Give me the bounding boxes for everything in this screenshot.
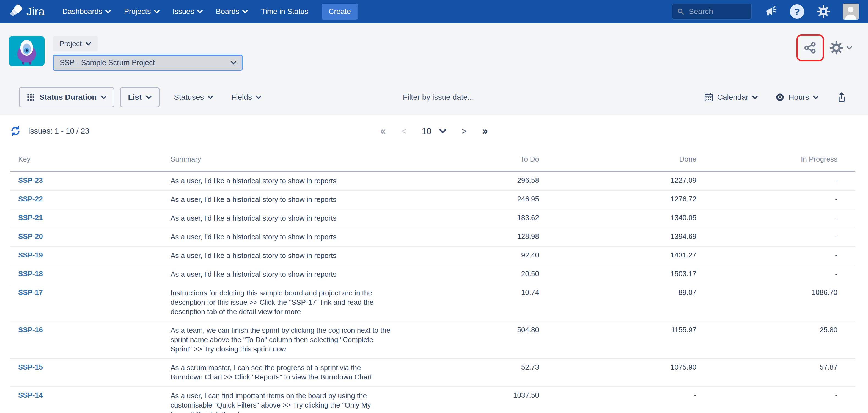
chevron-down-icon — [256, 96, 261, 99]
jira-logo[interactable]: Jira — [10, 5, 44, 19]
report-settings-dropdown[interactable] — [829, 40, 852, 55]
issue-key-link[interactable]: SSP-21 — [10, 213, 43, 222]
fields-dropdown[interactable]: Fields — [231, 93, 261, 102]
issue-key-link[interactable]: SSP-15 — [10, 363, 43, 372]
chevron-down-icon — [208, 96, 213, 99]
issue-key-link[interactable]: SSP-16 — [10, 325, 43, 334]
issue-key-link[interactable]: SSP-17 — [10, 288, 43, 297]
date-filter-input[interactable]: Filter by issue date... — [403, 93, 474, 102]
nav-item-dashboards[interactable]: Dashboards — [62, 7, 111, 16]
table-row: SSP-19 As a user, I'd like a historical … — [10, 246, 855, 265]
nav-item-issues[interactable]: Issues — [173, 7, 203, 16]
todo-value: 296.58 — [457, 171, 539, 191]
column-header-summary[interactable]: Summary — [170, 150, 457, 171]
issue-summary: As a user, I can find important items on… — [170, 391, 391, 413]
table-header-row: Key Summary To Do Done In Progress — [10, 150, 855, 171]
chevron-down-icon — [86, 42, 91, 46]
todo-value: 52.73 — [457, 358, 539, 387]
jira-logo-icon — [10, 5, 23, 19]
column-header-todo[interactable]: To Do — [457, 150, 539, 171]
issue-key-link[interactable]: SSP-19 — [10, 251, 43, 260]
feedback-megaphone-icon[interactable] — [764, 5, 778, 19]
last-page-button[interactable]: » — [482, 125, 488, 137]
issue-key-link[interactable]: SSP-23 — [10, 176, 43, 185]
todo-value: 504.80 — [457, 321, 539, 358]
todo-value: 246.95 — [457, 191, 539, 209]
report-content: Issues: 1 - 10 / 23 « < 10 > » Key Summa… — [0, 123, 868, 413]
chevron-down-icon — [197, 10, 203, 13]
table-row: SSP-21 As a user, I'd like a historical … — [10, 209, 855, 228]
refresh-icon — [10, 126, 21, 137]
column-header-in-progress[interactable]: In Progress — [696, 150, 855, 171]
table-row: SSP-18 As a user, I'd like a historical … — [10, 265, 855, 284]
nav-item-projects[interactable]: Projects — [124, 7, 159, 16]
chevron-down-icon — [105, 10, 111, 13]
search-icon — [677, 7, 685, 16]
chevron-down-icon — [846, 46, 852, 50]
prev-page-button[interactable]: < — [401, 126, 406, 136]
scope-dropdown[interactable]: Project — [53, 36, 98, 51]
settings-gear-icon[interactable] — [816, 4, 831, 19]
table-row: SSP-20 As a user, I'd like a historical … — [10, 228, 855, 246]
statuses-dropdown[interactable]: Statuses — [174, 93, 213, 102]
create-button[interactable]: Create — [321, 4, 358, 20]
chevron-down-icon — [154, 10, 159, 13]
chevron-down-icon — [146, 96, 152, 99]
project-select[interactable]: SSP - Sample Scrum Project — [53, 55, 243, 71]
table-row: SSP-17 Instructions for deleting this sa… — [10, 284, 855, 321]
report-type-dropdown[interactable]: Status Duration — [19, 87, 115, 107]
todo-value: 20.50 — [457, 265, 539, 284]
in-progress-value: 25.80 — [696, 321, 855, 358]
nav-item-boards[interactable]: Boards — [216, 7, 248, 16]
view-dropdown[interactable]: List — [120, 87, 159, 107]
share-icon — [803, 41, 817, 55]
done-value: 1155.97 — [539, 321, 696, 358]
issue-key-link[interactable]: SSP-18 — [10, 270, 43, 278]
issue-key-link[interactable]: SSP-14 — [10, 391, 43, 400]
top-nav: Jira Dashboards Projects Issues Boards T… — [0, 0, 868, 23]
chevron-down-icon — [101, 96, 106, 99]
issue-key-link[interactable]: SSP-20 — [10, 232, 43, 241]
refresh-button[interactable] — [10, 126, 21, 137]
in-progress-value: - — [696, 171, 855, 191]
done-value: 1340.05 — [539, 209, 696, 228]
calendar-dropdown[interactable]: Calendar — [704, 93, 758, 102]
in-progress-value: 1086.70 — [696, 284, 855, 321]
pagination: « < 10 > » — [380, 125, 488, 137]
next-page-button[interactable]: > — [462, 126, 467, 136]
user-avatar[interactable] — [843, 4, 859, 20]
share-button[interactable] — [803, 41, 817, 55]
issue-key-link[interactable]: SSP-22 — [10, 195, 43, 203]
column-header-key[interactable]: Key — [10, 150, 170, 171]
chevron-down-icon — [242, 10, 248, 13]
done-value: - — [539, 387, 696, 413]
todo-value: 10.74 — [457, 284, 539, 321]
search-placeholder: Search — [689, 7, 713, 16]
table-row: SSP-16 As a team, we can finish the spri… — [10, 321, 855, 358]
export-button[interactable] — [836, 92, 847, 103]
page-size-select[interactable]: 10 — [422, 126, 446, 136]
in-progress-value: - — [696, 209, 855, 228]
issue-summary: As a user, I'd like a historical story t… — [170, 213, 391, 223]
done-value: 1075.90 — [539, 358, 696, 387]
nav-item-time-in-status[interactable]: Time in Status — [261, 7, 308, 16]
done-value: 1276.72 — [539, 191, 696, 209]
chevron-down-icon — [231, 61, 236, 65]
issue-summary: As a user, I'd like a historical story t… — [170, 195, 391, 204]
column-header-done[interactable]: Done — [539, 150, 696, 171]
first-page-button[interactable]: « — [380, 125, 385, 137]
grid-icon — [27, 93, 35, 101]
issue-summary: As a team, we can finish the sprint by c… — [170, 325, 391, 354]
in-progress-value: - — [696, 265, 855, 284]
time-unit-dropdown[interactable]: Hours — [775, 93, 818, 102]
report-toolbar: Status Duration List Statuses Fields Fil… — [9, 87, 868, 107]
in-progress-value: - — [696, 387, 855, 413]
help-icon[interactable]: ? — [790, 4, 804, 19]
issue-summary: As a user, I'd like a historical story t… — [170, 251, 391, 260]
in-progress-value: - — [696, 246, 855, 265]
todo-value: 128.98 — [457, 228, 539, 246]
issues-table: Key Summary To Do Done In Progress SSP-2… — [10, 150, 855, 413]
issue-summary: As a user, I'd like a historical story t… — [170, 270, 391, 279]
search-input[interactable]: Search — [672, 4, 752, 20]
chevron-down-icon — [752, 96, 758, 99]
